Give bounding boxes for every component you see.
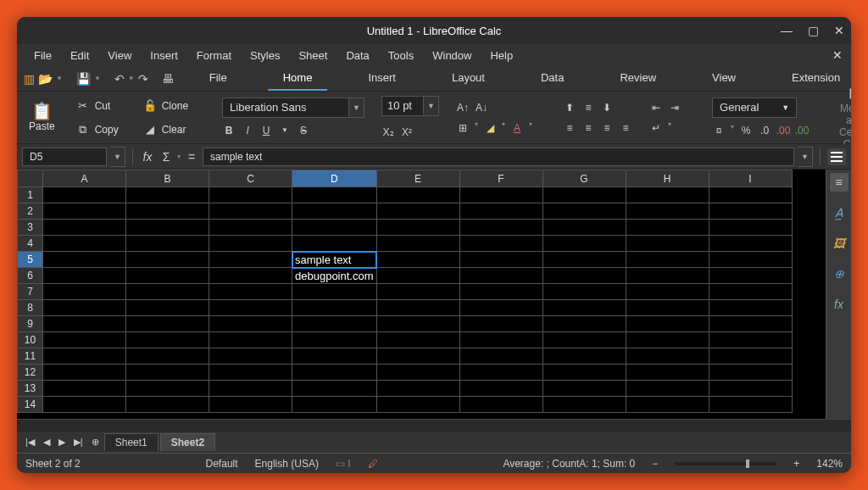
subscript-button[interactable]: X₂: [381, 125, 395, 140]
cell-B7[interactable]: [126, 284, 209, 300]
cell-B6[interactable]: [126, 268, 209, 284]
cell-A4[interactable]: [43, 236, 126, 252]
cell-H13[interactable]: [626, 381, 709, 397]
tab-layout[interactable]: Layout: [437, 66, 500, 91]
cell-D14[interactable]: [292, 397, 377, 413]
cell-H11[interactable]: [626, 348, 709, 365]
superscript-button[interactable]: X²: [400, 125, 414, 140]
status-signature-icon[interactable]: 🖊: [368, 458, 378, 470]
cell-C5[interactable]: [209, 252, 292, 268]
cell-A9[interactable]: [43, 316, 126, 332]
status-insert-mode[interactable]: ▭ I: [336, 458, 351, 470]
cell-D6[interactable]: debugpoint.com: [292, 268, 377, 284]
cell-A12[interactable]: [43, 365, 126, 381]
cell-E14[interactable]: [376, 397, 459, 413]
cell-I10[interactable]: [709, 332, 792, 348]
clone-button[interactable]: 🔓Clone: [139, 97, 192, 115]
menu-window[interactable]: Window: [424, 47, 480, 64]
cell-F2[interactable]: [459, 203, 542, 220]
cell-G5[interactable]: [542, 252, 626, 268]
status-language[interactable]: English (USA): [255, 458, 319, 470]
cell-F14[interactable]: [459, 397, 542, 413]
cell-B13[interactable]: [126, 381, 209, 397]
menu-insert[interactable]: Insert: [142, 47, 186, 64]
cell-F12[interactable]: [459, 365, 542, 381]
font-name-select[interactable]: Liberation Sans: [222, 97, 349, 118]
row-header-6[interactable]: 6: [18, 268, 43, 284]
cell-A13[interactable]: [43, 381, 126, 397]
cell-C4[interactable]: [209, 236, 292, 252]
cell-I6[interactable]: [709, 268, 792, 284]
cell-I1[interactable]: [709, 187, 792, 203]
cell-H9[interactable]: [626, 316, 709, 332]
cell-A3[interactable]: [43, 220, 126, 236]
menu-sheet[interactable]: Sheet: [290, 47, 336, 64]
cell-I13[interactable]: [709, 381, 792, 397]
cell-H7[interactable]: [626, 284, 709, 300]
cell-D7[interactable]: [292, 284, 377, 300]
cell-H14[interactable]: [626, 397, 709, 413]
cell-F8[interactable]: [459, 300, 542, 316]
cell-H6[interactable]: [626, 268, 709, 284]
cell-D4[interactable]: [292, 236, 377, 252]
cell-D2[interactable]: [292, 203, 377, 220]
cell-E5[interactable]: [376, 252, 459, 268]
cell-A2[interactable]: [43, 203, 126, 220]
row-header-13[interactable]: 13: [18, 381, 43, 397]
open-icon[interactable]: 📂: [38, 71, 53, 86]
cell-C8[interactable]: [209, 300, 292, 316]
cell-E8[interactable]: [376, 300, 459, 316]
cell-I7[interactable]: [709, 284, 792, 300]
decrease-decimal-button[interactable]: .00: [776, 123, 790, 138]
cell-A5[interactable]: [43, 252, 126, 268]
cell-I3[interactable]: [709, 220, 792, 236]
select-all-corner[interactable]: [18, 170, 43, 187]
col-header-B[interactable]: B: [126, 170, 209, 187]
tab-data[interactable]: Data: [526, 66, 579, 91]
col-header-E[interactable]: E: [376, 170, 459, 187]
cell-F7[interactable]: [459, 284, 542, 300]
cell-G6[interactable]: [542, 268, 626, 284]
align-left-button[interactable]: ≡: [563, 120, 576, 136]
prev-sheet-icon[interactable]: ◀: [40, 437, 53, 448]
cell-C1[interactable]: [209, 187, 292, 203]
col-header-H[interactable]: H: [626, 170, 709, 187]
cell-A6[interactable]: [43, 268, 126, 284]
next-sheet-icon[interactable]: ▶: [55, 437, 69, 448]
print-icon[interactable]: 🖶: [162, 71, 174, 86]
menu-format[interactable]: Format: [188, 47, 240, 64]
row-header-10[interactable]: 10: [18, 332, 43, 348]
document-close-icon[interactable]: ✕: [832, 48, 843, 62]
cell-G10[interactable]: [542, 332, 626, 348]
align-center-button[interactable]: ≡: [581, 120, 595, 136]
menu-styles[interactable]: Styles: [242, 47, 288, 64]
formula-expand-icon[interactable]: ▼: [798, 147, 813, 167]
cell-C14[interactable]: [209, 397, 292, 413]
redo-icon[interactable]: ↷: [138, 71, 148, 86]
new-icon[interactable]: ▥: [24, 71, 35, 86]
clear-button[interactable]: ◢Clear: [139, 120, 192, 139]
font-name-dropdown-icon[interactable]: ▼: [349, 97, 364, 118]
maximize-button[interactable]: ▢: [808, 24, 819, 37]
cell-A10[interactable]: [43, 332, 126, 348]
percent-button[interactable]: %: [739, 123, 753, 138]
cell-G3[interactable]: [542, 220, 626, 236]
tab-review[interactable]: Review: [604, 66, 671, 91]
cell-I12[interactable]: [709, 365, 792, 381]
bold-button[interactable]: B: [222, 123, 236, 138]
col-header-A[interactable]: A: [43, 170, 126, 187]
undo-icon[interactable]: ↶: [114, 71, 125, 86]
zoom-slider[interactable]: [675, 462, 776, 465]
cell-H10[interactable]: [626, 332, 709, 348]
cell-I9[interactable]: [709, 316, 792, 332]
minimize-button[interactable]: —: [781, 24, 793, 37]
merge-cells-button[interactable]: ⊞ Merge and Center Cells: [839, 86, 851, 150]
properties-icon[interactable]: ≡: [830, 173, 849, 192]
cell-E11[interactable]: [376, 348, 459, 365]
cell-G2[interactable]: [542, 203, 626, 220]
cell-E2[interactable]: [376, 203, 459, 220]
cell-F3[interactable]: [459, 220, 542, 236]
tab-view[interactable]: View: [697, 66, 751, 91]
gallery-icon[interactable]: 🖼: [830, 234, 849, 253]
row-header-5[interactable]: 5: [18, 252, 43, 268]
